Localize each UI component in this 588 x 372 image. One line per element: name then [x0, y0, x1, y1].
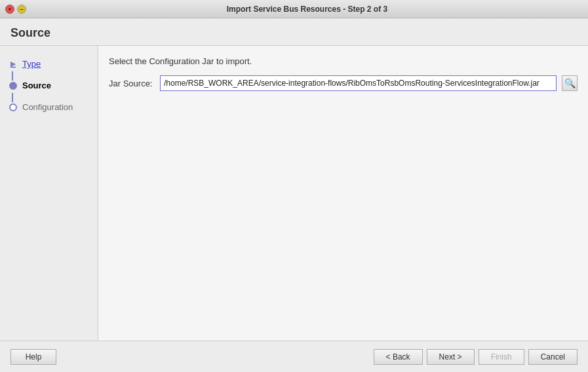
circle-icon-configuration: [9, 103, 17, 111]
minimize-icon: –: [20, 6, 23, 12]
step-connector-1: [0, 71, 98, 78]
sidebar-label-type: Type: [22, 59, 41, 69]
sidebar-item-source: Source: [0, 78, 98, 93]
jar-source-input[interactable]: [160, 75, 557, 91]
footer-right: < Back Next > Finish Cancel: [374, 349, 578, 365]
dialog-body: Source ▶ Type: [0, 18, 588, 372]
sidebar-label-configuration: Configuration: [22, 102, 73, 112]
browse-button[interactable]: 🔍: [562, 75, 578, 91]
step-icon-configuration: [8, 103, 18, 111]
jar-source-label: Jar Source:: [109, 79, 155, 88]
minimize-button[interactable]: –: [17, 5, 26, 14]
circle-icon-source: [9, 82, 17, 90]
sidebar-item-configuration: Configuration: [0, 100, 98, 115]
step-connector-2: [0, 93, 98, 100]
step-icon-source: [8, 82, 18, 90]
window-title: Import Service Bus Resources - Step 2 of…: [31, 5, 583, 14]
content-area: ▶ Type Source: [0, 46, 588, 341]
sidebar: ▶ Type Source: [0, 46, 98, 341]
title-bar: × – Import Service Bus Resources - Step …: [0, 0, 588, 18]
main-panel: Select the Configuration Jar to import. …: [98, 46, 588, 341]
footer-left: Help: [10, 349, 56, 365]
close-button[interactable]: ×: [5, 5, 14, 14]
footer-bar: Help < Back Next > Finish Cancel: [0, 341, 588, 372]
instruction-text: Select the Configuration Jar to import.: [109, 56, 578, 66]
header-area: Source: [0, 18, 588, 46]
arrow-icon-type: ▶: [10, 60, 16, 68]
page-title: Source: [10, 26, 578, 40]
sidebar-item-type[interactable]: ▶ Type: [0, 56, 98, 71]
finish-button[interactable]: Finish: [479, 349, 524, 365]
cancel-button[interactable]: Cancel: [528, 349, 578, 365]
sidebar-steps: ▶ Type Source: [0, 51, 98, 120]
next-button[interactable]: Next >: [427, 349, 475, 365]
browse-icon: 🔍: [564, 78, 576, 88]
step-icon-type: ▶: [8, 60, 18, 68]
back-button[interactable]: < Back: [374, 349, 423, 365]
title-bar-controls[interactable]: × –: [5, 5, 26, 14]
sidebar-label-source: Source: [22, 81, 51, 90]
close-icon: ×: [8, 6, 11, 12]
jar-source-row: Jar Source: 🔍: [109, 75, 578, 91]
help-button[interactable]: Help: [10, 349, 56, 365]
